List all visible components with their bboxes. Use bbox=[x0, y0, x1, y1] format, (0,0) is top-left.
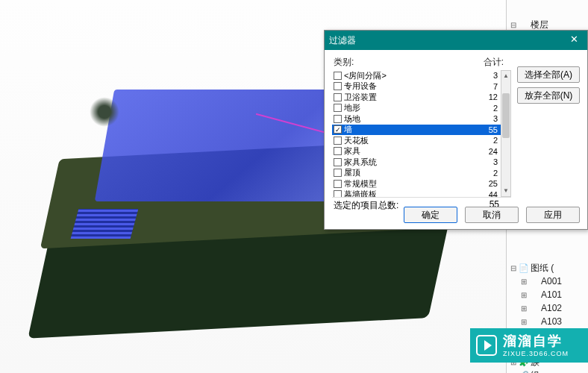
tree-item[interactable]: ⊞🔗组 bbox=[510, 369, 588, 373]
play-icon bbox=[476, 335, 497, 356]
row-count: 3 bbox=[475, 157, 499, 166]
tree-toggle-icon[interactable]: ⊞ bbox=[520, 278, 528, 286]
row-name: <房间分隔> bbox=[344, 70, 475, 81]
row-checkbox[interactable] bbox=[334, 72, 342, 80]
row-name: 幕墙嵌板 bbox=[344, 189, 475, 197]
row-name: 屋顶 bbox=[344, 167, 475, 178]
row-count: 3 bbox=[475, 114, 499, 123]
tree-toggle-icon[interactable]: ⊞ bbox=[520, 318, 528, 326]
apply-button[interactable]: 应用 bbox=[526, 207, 580, 223]
row-checkbox[interactable] bbox=[334, 115, 342, 123]
filter-dialog: 过滤器 ✕ 类别: 合计: <房间分隔>3专用设备7卫浴装置12地形2场地3✓墙… bbox=[324, 30, 588, 230]
tree-toggle-icon[interactable]: ⊞ bbox=[520, 291, 528, 299]
row-count: 25 bbox=[475, 179, 499, 188]
tree-label: 图纸 ( bbox=[531, 262, 554, 275]
select-all-button[interactable]: 选择全部(A) bbox=[517, 66, 580, 83]
row-name: 场地 bbox=[344, 113, 475, 125]
watermark-brand: 溜溜自学 bbox=[503, 334, 569, 348]
row-checkbox[interactable] bbox=[334, 104, 342, 112]
scroll-down-icon[interactable]: ▼ bbox=[501, 186, 510, 196]
tree-item[interactable]: ⊟📄图纸 ( bbox=[510, 261, 588, 275]
row-count: 24 bbox=[475, 147, 499, 156]
row-count: 55 bbox=[475, 125, 499, 134]
tree-item[interactable]: ⊞A101 bbox=[510, 288, 588, 301]
dialog-titlebar[interactable]: 过滤器 ✕ bbox=[325, 31, 587, 50]
tree-icon bbox=[90, 97, 119, 127]
dialog-title: 过滤器 bbox=[329, 34, 565, 47]
tree-item[interactable]: ⊞A102 bbox=[510, 301, 588, 315]
watermark-url: ZIXUE.3D66.COM bbox=[503, 351, 569, 357]
tree-item[interactable]: ⊞A103 bbox=[510, 315, 588, 328]
row-name: 常规模型 bbox=[344, 178, 475, 189]
close-icon[interactable]: ✕ bbox=[565, 33, 583, 48]
row-checkbox[interactable] bbox=[334, 190, 342, 197]
row-count: 12 bbox=[475, 93, 499, 101]
tree-node-icon: 📄 bbox=[519, 263, 529, 273]
tree-label: 组 bbox=[531, 369, 539, 374]
category-row[interactable]: 幕墙嵌板44 bbox=[332, 189, 501, 198]
header-category: 类别: bbox=[334, 56, 477, 69]
ok-button[interactable]: 确定 bbox=[404, 207, 457, 223]
row-name: 家具系统 bbox=[344, 157, 475, 168]
row-checkbox[interactable] bbox=[334, 180, 342, 188]
category-list-area: 类别: 合计: <房间分隔>3专用设备7卫浴装置12地形2场地3✓墙55天花板2… bbox=[332, 56, 511, 212]
row-name: 家具 bbox=[344, 145, 475, 157]
row-name: 专用设备 bbox=[344, 81, 475, 92]
row-checkbox[interactable] bbox=[334, 93, 342, 101]
discard-all-button[interactable]: 放弃全部(N) bbox=[517, 87, 580, 104]
tree-label: A001 bbox=[541, 276, 562, 286]
row-checkbox[interactable] bbox=[334, 137, 342, 145]
category-row[interactable]: 卫浴装置12 bbox=[332, 92, 501, 103]
list-scrollbar[interactable]: ▲ ▼ bbox=[501, 70, 511, 197]
tree-toggle-icon[interactable]: ⊟ bbox=[510, 264, 517, 272]
row-checkbox[interactable] bbox=[334, 147, 342, 155]
category-list[interactable]: <房间分隔>3专用设备7卫浴装置12地形2场地3✓墙55天花板2家具24家具系统… bbox=[332, 70, 511, 197]
category-row[interactable]: 家具24 bbox=[332, 146, 501, 157]
row-checkbox[interactable]: ✓ bbox=[334, 125, 342, 134]
category-row[interactable]: 常规模型25 bbox=[332, 178, 501, 189]
row-count: 44 bbox=[475, 190, 499, 197]
row-name: 地形 bbox=[344, 102, 475, 113]
category-row[interactable]: 地形2 bbox=[332, 103, 501, 114]
header-total: 合计: bbox=[477, 56, 504, 69]
row-count: 2 bbox=[475, 104, 499, 113]
scroll-thumb[interactable] bbox=[502, 93, 510, 138]
tree-item[interactable]: ⊞A001 bbox=[510, 275, 588, 288]
category-row[interactable]: <房间分隔>3 bbox=[332, 70, 501, 81]
category-row[interactable]: 场地3 bbox=[332, 113, 501, 125]
row-name: 卫浴装置 bbox=[344, 92, 475, 103]
category-row[interactable]: 屋顶2 bbox=[332, 168, 501, 179]
row-checkbox[interactable] bbox=[334, 82, 342, 90]
category-row[interactable]: ✓墙55 bbox=[332, 125, 501, 136]
row-name: 墙 bbox=[344, 124, 475, 135]
tree-label: A103 bbox=[541, 316, 562, 327]
tree-label: A102 bbox=[541, 303, 562, 313]
row-checkbox[interactable] bbox=[334, 158, 342, 166]
row-checkbox[interactable] bbox=[334, 169, 342, 177]
tree-toggle-icon[interactable]: ⊟ bbox=[510, 21, 517, 29]
tree-node-icon: 🔗 bbox=[519, 371, 529, 374]
row-name: 天花板 bbox=[344, 135, 475, 146]
building-panel bbox=[71, 209, 139, 239]
scroll-up-icon[interactable]: ▲ bbox=[501, 71, 510, 81]
row-count: 3 bbox=[475, 71, 499, 80]
category-row[interactable]: 天花板2 bbox=[332, 135, 501, 146]
tree-toggle-icon[interactable]: ⊞ bbox=[520, 304, 528, 313]
cancel-button[interactable]: 取消 bbox=[465, 207, 519, 223]
row-count: 7 bbox=[475, 82, 499, 91]
tree-label: A101 bbox=[541, 289, 562, 300]
row-count: 2 bbox=[475, 136, 499, 145]
watermark: 溜溜自学 ZIXUE.3D66.COM bbox=[470, 328, 588, 363]
category-row[interactable]: 专用设备7 bbox=[332, 81, 501, 93]
tree-label: 楼层 bbox=[531, 19, 548, 31]
category-row[interactable]: 家具系统3 bbox=[332, 157, 501, 168]
row-count: 2 bbox=[475, 169, 499, 178]
